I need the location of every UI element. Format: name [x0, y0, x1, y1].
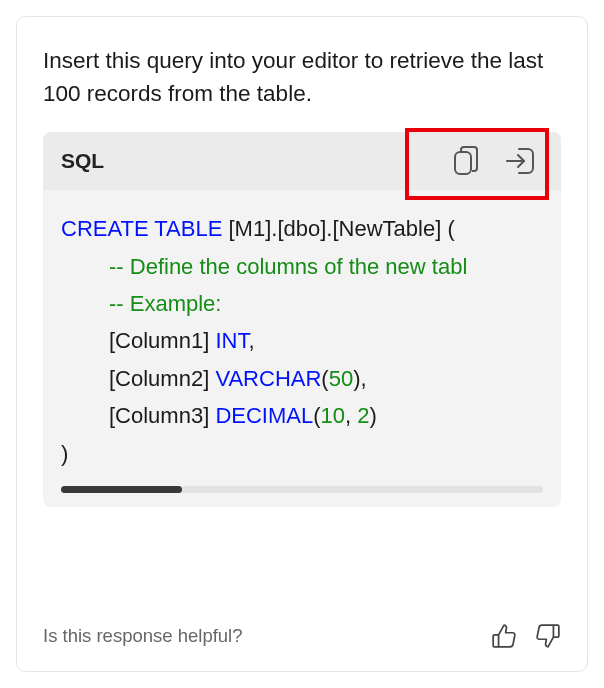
- svg-rect-0: [455, 152, 471, 174]
- scrollbar-thumb[interactable]: [61, 486, 182, 493]
- code-action-group: [453, 146, 535, 176]
- copy-button[interactable]: [453, 146, 479, 176]
- copilot-response-card: Insert this query into your editor to re…: [16, 16, 588, 672]
- thumbs-down-button[interactable]: [535, 623, 561, 649]
- code-content: CREATE TABLE [M1].[dbo].[NewTable] ( -- …: [61, 210, 561, 472]
- feedback-prompt: Is this response helpful?: [43, 625, 243, 647]
- horizontal-scrollbar[interactable]: [61, 486, 543, 493]
- thumbs-up-icon: [491, 623, 517, 649]
- copy-icon: [453, 146, 479, 176]
- insert-icon: [505, 147, 535, 175]
- code-language-label: SQL: [61, 149, 104, 173]
- feedback-thumbs: [491, 623, 561, 649]
- feedback-row: Is this response helpful?: [43, 595, 561, 649]
- thumbs-up-button[interactable]: [491, 623, 517, 649]
- response-intro-text: Insert this query into your editor to re…: [43, 45, 561, 110]
- code-block: SQL CREATE TABLE [M1].[d: [43, 132, 561, 507]
- thumbs-down-icon: [535, 623, 561, 649]
- code-body: CREATE TABLE [M1].[dbo].[NewTable] ( -- …: [43, 190, 561, 478]
- insert-button[interactable]: [505, 147, 535, 175]
- code-block-header: SQL: [43, 132, 561, 190]
